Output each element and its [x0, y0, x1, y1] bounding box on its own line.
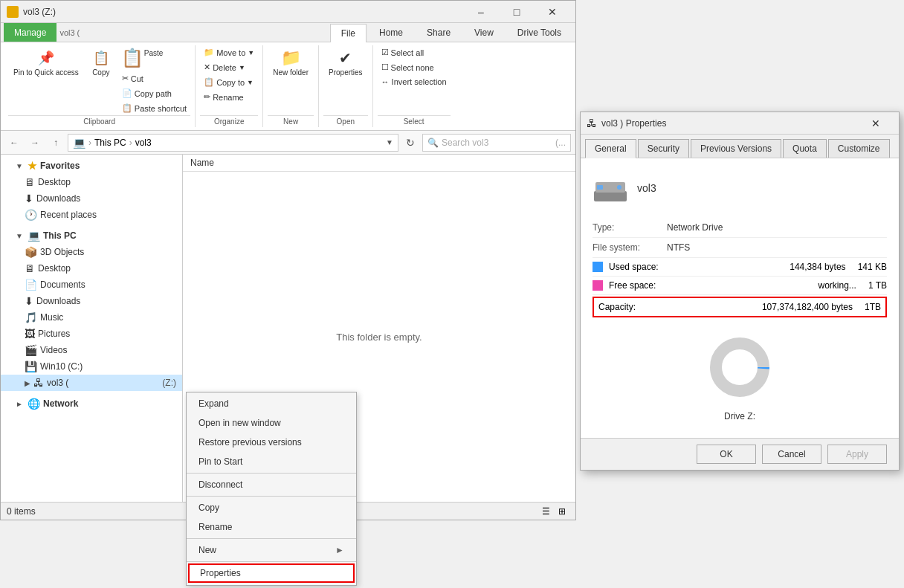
sidebar-label-favorites: Favorites [40, 161, 80, 171]
sidebar-label-documents: Documents [40, 280, 85, 290]
ribbon-group-select: ☑ Select all ☐ Select none ↔ Invert sele… [373, 45, 455, 127]
sidebar-item-recent[interactable]: 🕐 Recent places [1, 207, 182, 223]
sidebar-item-desktop[interactable]: 🖥 Desktop [1, 174, 182, 190]
select-none-button[interactable]: ☐ Select none [378, 60, 451, 74]
ctx-rename[interactable]: Rename [187, 517, 356, 537]
dialog-drive-name: vol3 [637, 182, 656, 194]
dialog-tab-general[interactable]: General [585, 139, 636, 158]
sidebar-item-documents[interactable]: 📄 Documents [1, 277, 182, 293]
sidebar-section-favorites[interactable]: ▼ ★ Favorites [1, 158, 182, 174]
thispc-expand-icon: ▼ [16, 232, 25, 240]
ctx-separator-3 [187, 538, 356, 539]
sidebar-item-desktop2[interactable]: 🖥 Desktop [1, 260, 182, 277]
new-folder-button[interactable]: 📁 New folder [268, 45, 314, 80]
desktop2-icon: 🖥 [25, 262, 35, 274]
ribbon-tabs: Manage vol3 ( File Home Share View Drive… [1, 23, 575, 42]
search-icon: 🔍 [427, 138, 439, 148]
pin-button[interactable]: 📌 Pin to Quick access [8, 45, 84, 81]
sidebar-item-3dobjects[interactable]: 📦 3D Objects [1, 244, 182, 260]
sidebar-label-network: Network [43, 398, 78, 409]
sidebar-item-downloads2[interactable]: ⬇ Downloads [1, 293, 182, 309]
tab-share[interactable]: Share [416, 23, 462, 42]
delete-arrow: ▼ [239, 64, 245, 71]
tab-view[interactable]: View [463, 23, 505, 42]
refresh-button[interactable]: ↻ [401, 134, 419, 152]
breadcrumb-separator2: › [129, 138, 132, 148]
tab-manage[interactable]: Manage [4, 23, 56, 42]
rename-button[interactable]: ✏ Rename [200, 90, 258, 104]
ctx-new[interactable]: New ► [187, 540, 356, 560]
move-to-button[interactable]: 📁 Move to ▼ [200, 45, 258, 59]
invert-icon: ↔ [381, 77, 390, 86]
paste-shortcut-button[interactable]: 📋 Paste shortcut [118, 101, 190, 115]
free-label: Free space: [609, 280, 656, 291]
copy-to-button[interactable]: 📋 Copy to ▼ [200, 75, 258, 89]
dialog-tab-customize[interactable]: Customize [828, 139, 890, 158]
ctx-disconnect[interactable]: Disconnect [187, 475, 356, 494]
properties-button[interactable]: ✔ Properties [323, 45, 368, 80]
organize-label: Organize [200, 115, 258, 127]
forward-button[interactable]: → [26, 134, 44, 152]
free-human: 1 TB [868, 280, 887, 291]
manage-subtitle: vol3 ( [59, 28, 80, 37]
ctx-restore-versions[interactable]: Restore previous versions [187, 433, 356, 452]
window-controls: – □ ✕ [464, 1, 569, 23]
dialog-tab-quota[interactable]: Quota [783, 139, 827, 158]
delete-button[interactable]: ✕ Delete ▼ [200, 60, 258, 74]
tab-file[interactable]: File [330, 24, 367, 42]
cut-button[interactable]: ✂ Cut [118, 71, 190, 85]
dialog-tab-previous-versions[interactable]: Previous Versions [691, 139, 781, 158]
sidebar-item-videos[interactable]: 🎬 Videos [1, 342, 182, 358]
dialog-tab-security[interactable]: Security [638, 139, 689, 158]
sidebar-label-vol3: vol3 ( [47, 378, 68, 388]
details-view-button[interactable]: ☰ [538, 504, 553, 519]
sidebar-section-thispc[interactable]: ▼ 💻 This PC [1, 227, 182, 244]
maximize-button[interactable]: □ [500, 1, 534, 23]
sidebar-label-pictures: Pictures [38, 329, 70, 339]
tab-home[interactable]: Home [368, 23, 414, 42]
name-column-header: Name [190, 158, 214, 168]
sidebar-item-downloads[interactable]: ⬇ Downloads [1, 190, 182, 207]
tab-drive-tools[interactable]: Drive Tools [506, 23, 572, 42]
close-button[interactable]: ✕ [535, 1, 569, 23]
cancel-button[interactable]: Cancel [762, 445, 821, 464]
select-all-button[interactable]: ☑ Select all [378, 45, 451, 59]
sidebar-item-vol3[interactable]: ▶ 🖧 vol3 ( (Z:) [1, 375, 182, 391]
ctx-open-new-window[interactable]: Open in new window [187, 413, 356, 433]
ctx-properties[interactable]: Properties [188, 563, 355, 583]
copy-to-icon: 📋 [204, 77, 214, 87]
clipboard-buttons: 📌 Pin to Quick access 📋 Copy 📋 Paste [8, 45, 190, 115]
sidebar-label-desktop: Desktop [38, 177, 71, 187]
large-icons-button[interactable]: ⊞ [555, 504, 569, 519]
up-button[interactable]: ↑ [47, 134, 65, 152]
sidebar-section-network[interactable]: ► 🌐 Network [1, 395, 182, 412]
paste-button[interactable]: 📋 Paste [118, 45, 190, 71]
breadcrumb-thispc: This PC [94, 138, 126, 148]
search-box[interactable]: 🔍 Search vol3 (... [422, 134, 571, 152]
organize-buttons: 📁 Move to ▼ ✕ Delete ▼ 📋 Copy to ▼ [200, 45, 258, 115]
ctx-expand[interactable]: Expand [187, 394, 356, 413]
sidebar-item-win10[interactable]: 💾 Win10 (C:) [1, 358, 182, 375]
ribbon-group-new: 📁 New folder New [263, 45, 319, 127]
sidebar-item-music[interactable]: 🎵 Music [1, 309, 182, 326]
address-path[interactable]: 💻 › This PC › vol3 ▼ [68, 134, 398, 152]
dialog-close-button[interactable]: ✕ [859, 112, 893, 135]
new-folder-icon: 📁 [282, 49, 300, 67]
svg-point-4 [716, 343, 763, 391]
apply-button[interactable]: Apply [827, 445, 887, 464]
new-buttons: 📁 New folder [268, 45, 314, 115]
free-row-inner: Free space: working... 1 TB [609, 280, 887, 291]
sidebar-item-pictures[interactable]: 🖼 Pictures [1, 326, 182, 342]
ribbon-content: 📌 Pin to Quick access 📋 Copy 📋 Paste [1, 42, 575, 130]
ok-button[interactable]: OK [697, 445, 756, 464]
explorer-title-bar: vol3 (Z:) – □ ✕ [1, 1, 575, 23]
ctx-pin-start[interactable]: Pin to Start [187, 452, 356, 471]
copy-button[interactable]: 📋 Copy [85, 45, 117, 80]
invert-selection-button[interactable]: ↔ Invert selection [378, 75, 451, 88]
minimize-button[interactable]: – [464, 1, 498, 23]
back-button[interactable]: ← [5, 134, 23, 152]
copy-path-button[interactable]: 📄 Copy path [118, 86, 190, 100]
ctx-copy[interactable]: Copy [187, 498, 356, 517]
recent-icon: 🕐 [25, 209, 37, 221]
thispc-icon: 💻 [28, 230, 40, 242]
